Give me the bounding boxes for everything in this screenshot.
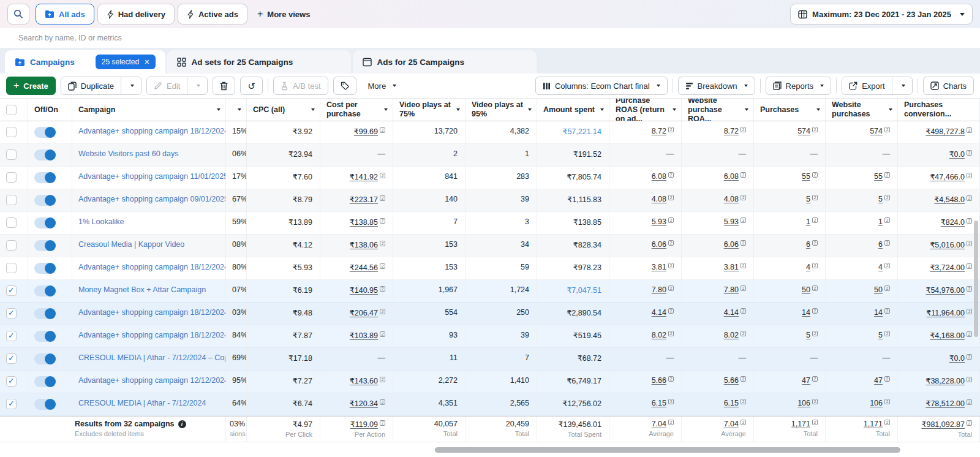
website-purchases-value[interactable]: 62 <box>826 235 898 257</box>
website-purchase-roas-value[interactable]: 6.152 <box>682 393 754 415</box>
website-purchases-value[interactable]: 472 <box>826 371 898 393</box>
campaign-name-link[interactable]: Money Magnet Box + Attar Campaign <box>78 285 206 294</box>
campaign-name-link[interactable]: Website Visitors past 60 days <box>78 149 179 158</box>
column-header-4[interactable]: CPC (all) <box>247 99 320 121</box>
website-purchases-value[interactable]: — <box>826 144 898 166</box>
campaign-name-link[interactable]: CRESOUL MEDIA | Athar - 7/12/2024 – Copy <box>78 353 226 362</box>
more-button[interactable]: More <box>361 77 404 95</box>
purchases-conversion-value[interactable]: ₹11,964.002 <box>898 303 980 325</box>
website-purchase-roas-value[interactable]: 8.022 <box>682 325 754 347</box>
purchases-conversion-value[interactable]: ₹824.02 <box>898 212 980 234</box>
purchases-value[interactable]: 52 <box>754 189 826 211</box>
website-purchases-value[interactable]: 552 <box>826 167 898 189</box>
purchases-value[interactable]: 142 <box>754 303 826 325</box>
vertical-scrollbar[interactable] <box>974 221 978 337</box>
close-icon[interactable]: ✕ <box>144 58 149 66</box>
purchases-conversion-value[interactable]: ₹4,548.02 <box>898 189 980 211</box>
search-filter-button[interactable] <box>7 4 29 25</box>
campaign-active-toggle[interactable] <box>34 376 56 387</box>
column-header-11[interactable]: Purchases <box>754 99 826 121</box>
row-checkbox[interactable] <box>6 172 17 183</box>
date-range-button[interactable]: Maximum: 23 Dec 2021 - 23 Jan 2025 <box>790 4 973 25</box>
purchases-value[interactable]: 5742 <box>754 121 826 143</box>
purchases-value[interactable]: 62 <box>754 235 826 257</box>
breakdown-button[interactable]: Breakdown <box>678 77 755 95</box>
row-checkbox[interactable] <box>6 217 17 228</box>
row-checkbox[interactable] <box>6 127 17 137</box>
campaign-active-toggle[interactable] <box>34 127 56 138</box>
campaign-active-toggle[interactable] <box>34 331 56 342</box>
table-row[interactable]: Advantage+ shopping campaign 18/12/2024 … <box>0 121 980 144</box>
website-purchases-value[interactable]: 502 <box>826 280 898 302</box>
table-row[interactable]: Money Magnet Box + Attar Campaign 07% ₹6… <box>0 280 980 303</box>
edit-button[interactable]: Edit <box>147 77 187 94</box>
purchases-value[interactable]: — <box>754 144 826 166</box>
table-row[interactable]: Advantage+ shopping campaign 11/01/2025 … <box>0 167 980 189</box>
table-row[interactable]: CRESOUL MEDIA | Athar - 7/12/2024 – Copy… <box>0 348 980 371</box>
purchase-roas-value[interactable]: 6.082 <box>609 167 682 189</box>
column-header-3[interactable] <box>226 99 247 121</box>
purchases-conversion-value[interactable]: ₹38,228.002 <box>898 371 980 393</box>
website-purchase-roas-value[interactable]: 4.142 <box>682 303 754 325</box>
column-header-12[interactable]: Website purchases <box>826 99 898 121</box>
row-checkbox[interactable] <box>6 399 17 409</box>
footer-total-cell[interactable]: ₹981,092.872Total <box>898 417 980 442</box>
duplicate-button[interactable]: Duplicate <box>61 77 121 94</box>
search-input[interactable] <box>4 34 976 42</box>
column-header-5[interactable]: Cost per purchase <box>320 99 393 121</box>
export-button[interactable]: Export <box>842 77 892 94</box>
export-dropdown[interactable] <box>892 77 912 94</box>
column-header-9[interactable]: Purchase ROAS (return on ad... <box>609 99 682 121</box>
table-row[interactable]: CRESOUL MEDIA | Athar - 7/12/2024 64% ₹6… <box>0 393 980 416</box>
horizontal-scrollbar[interactable] <box>435 447 900 453</box>
website-purchases-value[interactable]: 142 <box>826 303 898 325</box>
website-purchases-value[interactable]: 42 <box>826 257 898 279</box>
campaign-name-link[interactable]: Advantage+ shopping campaign 18/12/2024 … <box>78 308 226 317</box>
purchase-roas-value[interactable]: 8.722 <box>609 121 682 143</box>
tab-adsets[interactable]: Ad sets for 25 Campaigns <box>167 50 351 74</box>
view-pill-active-ads[interactable]: Active ads <box>178 4 247 25</box>
purchase-roas-value[interactable]: 6.062 <box>609 235 682 257</box>
purchase-roas-value[interactable]: 8.022 <box>609 325 682 347</box>
campaign-name-link[interactable]: Advantage+ shopping campaign 11/01/2025 … <box>78 172 226 181</box>
purchase-roas-value[interactable]: 6.152 <box>609 393 682 415</box>
more-views-button[interactable]: + More views <box>257 9 310 20</box>
tag-button[interactable] <box>333 77 356 95</box>
website-purchase-roas-value[interactable]: 6.082 <box>682 167 754 189</box>
column-header-2[interactable]: Campaign <box>72 99 226 121</box>
website-purchases-value[interactable]: 5742 <box>826 121 898 143</box>
purchases-conversion-value[interactable]: ₹3,724.002 <box>898 257 980 279</box>
column-header-10[interactable]: Website purchase ROA... <box>682 99 754 121</box>
purchases-conversion-value[interactable]: ₹54,976.002 <box>898 280 980 302</box>
row-checkbox[interactable] <box>6 285 17 296</box>
row-checkbox[interactable] <box>6 331 17 341</box>
campaign-active-toggle[interactable] <box>34 195 56 206</box>
purchases-conversion-value[interactable]: ₹5,016.002 <box>898 235 980 257</box>
campaign-name-link[interactable]: Advantage+ shopping campaign 18/12/2024 … <box>78 331 226 339</box>
cost-per-purchase-value[interactable]: ₹143.602 <box>320 371 393 393</box>
purchases-value[interactable]: — <box>754 348 826 370</box>
purchases-conversion-value[interactable]: ₹498,727.82 <box>898 121 980 143</box>
cost-per-purchase-value[interactable]: ₹244.562 <box>320 257 393 279</box>
table-row[interactable]: Advantage+ shopping campaign 18/12/2024 … <box>0 257 980 280</box>
purchase-roas-value[interactable]: 5.932 <box>609 212 682 234</box>
campaign-active-toggle[interactable] <box>34 353 56 364</box>
purchases-conversion-value[interactable]: ₹0.02 <box>898 348 980 370</box>
website-purchase-roas-value[interactable]: 3.812 <box>682 257 754 279</box>
row-checkbox[interactable] <box>6 308 17 319</box>
column-header-7[interactable]: Video plays at 95% <box>466 99 537 121</box>
cost-per-purchase-value[interactable]: ₹120.342 <box>320 393 393 415</box>
campaign-name-link[interactable]: Advantage+ shopping campaign 12/12/2024 … <box>78 376 226 385</box>
table-row[interactable]: 1% Lookalike 59% ₹13.89 ₹138.852 7 3 ₹13… <box>0 212 980 235</box>
purchases-value[interactable]: 12 <box>754 212 826 234</box>
purchases-value[interactable]: 472 <box>754 371 826 393</box>
campaign-active-toggle[interactable] <box>34 263 56 274</box>
campaign-active-toggle[interactable] <box>34 217 56 228</box>
cost-per-purchase-value[interactable]: ₹103.892 <box>320 325 393 347</box>
table-row[interactable]: Website Visitors past 60 days 06% ₹23.94… <box>0 144 980 167</box>
campaign-name-link[interactable]: Creasoul Media | Kappor Video <box>78 240 184 249</box>
website-purchase-roas-value[interactable]: — <box>682 144 754 166</box>
column-header-6[interactable]: Video plays at 75% <box>393 99 466 121</box>
purchase-roas-value[interactable]: 4.082 <box>609 189 682 211</box>
footer-total-cell[interactable]: 1,1712Total <box>754 417 826 442</box>
